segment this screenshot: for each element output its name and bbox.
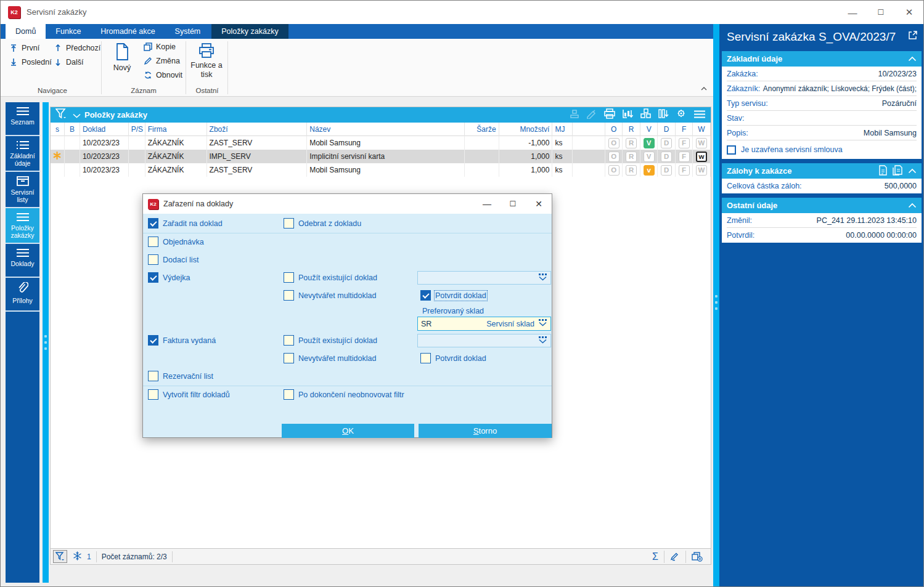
col-s[interactable]: s [51,123,65,136]
left-splitter[interactable] [43,102,49,583]
print-icon[interactable] [603,108,616,121]
collapse-chevron-icon[interactable] [908,201,917,210]
checkbox-faktura-vydana[interactable]: Faktura vydaná [148,335,216,346]
col-nazev[interactable]: Název [307,123,464,136]
change-button[interactable]: Změna [144,57,180,65]
function-print-button[interactable]: Funkce a tisk [187,43,226,79]
table-row[interactable]: 10/2023/23 ZÁKAZNÍK ZAST_SERV Mobil Sams… [51,136,711,150]
sum-button[interactable]: Σ [647,551,664,563]
new-button[interactable]: Nový [103,43,141,72]
snowflake-icon[interactable] [73,551,82,562]
checkbox-rezervacni-list[interactable]: Rezervační list [148,371,213,381]
col-w[interactable]: W [693,123,711,136]
col-firma[interactable]: Firma [145,123,207,136]
collapse-chevron-icon[interactable] [908,54,917,63]
ribbon-collapse-chevron[interactable] [700,83,708,94]
columns-icon[interactable] [658,108,669,121]
checkbox-objednavka[interactable]: Objednávka [148,237,204,247]
checkbox-po-dokonceni-neobnovovat-filtr[interactable]: Po dokončení neobnovovat filtr [284,389,404,400]
minimize-button[interactable]: — [838,1,867,24]
k2-logo-icon: K2 [148,199,158,209]
col-d[interactable]: D [658,123,676,136]
sidebar-item-doklady[interactable]: Doklady [6,244,39,278]
previous-button[interactable]: Předchozí [54,44,100,52]
existing-document-dropdown-1[interactable] [417,271,551,285]
service-contract-checkbox-row: Je uzavřena servisní smlouva [727,140,917,159]
settings-gear-icon[interactable] [676,108,687,121]
popout-icon[interactable] [908,30,918,43]
sidebar-item-prilohy[interactable]: Přílohy [6,278,39,312]
checkbox-vytvorit-filtr-dokladu[interactable]: Vytvořit filtr dokladů [148,389,230,400]
new-document-icon [114,43,130,61]
filter-funnel-icon[interactable] [55,108,67,121]
dialog-close-button[interactable]: ✕ [526,194,552,214]
col-b[interactable]: B [65,123,80,136]
dialog-maximize-button[interactable]: ☐ [500,194,526,214]
ok-button[interactable]: OK [282,424,414,438]
refresh-button[interactable]: Obnovit [144,71,182,79]
checkbox-dodaci-list[interactable]: Dodací list [148,254,198,265]
table-row[interactable]: 10/2023/23 ZÁKAZNÍK ZAST_SERV Mobil Sams… [51,163,711,177]
tab-funkce[interactable]: Funkce [46,24,91,39]
copy-button[interactable]: Kopie [144,43,176,51]
col-zbozi[interactable]: Zboží [207,123,308,136]
col-sarze[interactable]: Šarže [465,123,499,136]
checkbox-nevytvaret-multidoklad-2[interactable]: Nevytvářet multidoklad [284,353,376,363]
tab-polozky-zakazky[interactable]: Položky zakázky [211,24,288,39]
service-contract-checkbox[interactable] [727,145,736,155]
table-row-selected[interactable]: 10/2023/23 ZÁKAZNÍK IMPL_SERV Implicitní… [51,150,711,163]
status-badge-w: W [696,138,707,148]
right-splitter[interactable] [713,24,719,587]
preferred-store-field[interactable]: SR Servisní sklad [417,317,551,331]
col-mnozstvi[interactable]: Množství [499,123,553,136]
menu-icon[interactable] [693,110,706,121]
col-r[interactable]: R [623,123,640,136]
tab-system[interactable]: Systém [165,24,211,39]
sidebar-item-polozky-zakazky[interactable]: Položky zakázky [6,208,39,244]
card-zalohy: Zálohy k zakázce Celková částka záloh:50… [722,163,922,193]
collapse-chevron-icon[interactable] [908,166,917,176]
col-doklad[interactable]: Doklad [80,123,129,136]
detail-row: Typ servisu:Pozáruční [727,96,917,111]
tab-hromadne-akce[interactable]: Hromadné akce [91,24,165,39]
checkbox-nevytvaret-multidoklad-1[interactable]: Nevytvářet multidoklad [284,290,376,301]
chevron-down-icon[interactable] [73,110,81,121]
copy-add-button[interactable] [685,551,708,563]
printer-icon [197,43,216,60]
status-badge-f: F [679,138,690,148]
checkbox-pouzit-existujici-doklad-2[interactable]: Použít existující doklad [284,335,377,346]
col-mj[interactable]: MJ [552,123,573,136]
tab-domu[interactable]: Domů [6,24,46,39]
next-button[interactable]: Další [54,58,83,67]
card-zakladni-udaje: Základní údaje Zakázka:10/2023/23 Zákazn… [722,51,922,159]
sidebar-item-seznam[interactable]: Seznam [6,102,39,136]
checkbox-potvrdit-doklad-1[interactable]: Potvrdit doklad [420,290,486,301]
checkbox-odebrat-z-dokladu[interactable]: Odebrat z dokladu [284,218,361,229]
cubes-icon[interactable] [640,108,652,121]
checkbox-zaradit-na-doklad[interactable]: Zařadit na doklad [148,218,223,229]
edit-button[interactable] [664,551,685,563]
chart-icon[interactable] [622,108,634,121]
list-icon [16,248,30,257]
maximize-button[interactable]: ☐ [867,1,895,24]
col-f[interactable]: F [676,123,693,136]
dialog-minimize-button[interactable]: — [474,194,500,214]
sidebar-item-servisni-listy[interactable]: Servisní listy [6,172,39,208]
checkbox-vydejka[interactable]: Výdejka [148,272,190,283]
checkbox-pouzit-existujici-doklad-1[interactable]: Použít existující doklad [284,272,377,283]
deposit-docs-icon[interactable] [893,165,903,177]
filter-toggle-button[interactable] [53,550,67,563]
storno-button[interactable]: Storno [419,424,552,438]
group-label-zaznam: Záznam [105,87,182,94]
col-ps[interactable]: P/S [129,123,145,136]
col-o[interactable]: O [605,123,623,136]
checkbox-potvrdit-doklad-2[interactable]: Potvrdit doklad [420,353,486,363]
list-icon [16,107,30,116]
deposit-doc-icon[interactable] [878,165,888,177]
first-button[interactable]: První [9,44,39,52]
close-button[interactable]: ✕ [895,1,923,24]
last-button[interactable]: Poslední [9,58,52,67]
existing-document-dropdown-2[interactable] [417,334,551,347]
col-v[interactable]: V [640,123,658,136]
sidebar-item-zakladni-udaje[interactable]: Základní údaje [6,136,39,172]
